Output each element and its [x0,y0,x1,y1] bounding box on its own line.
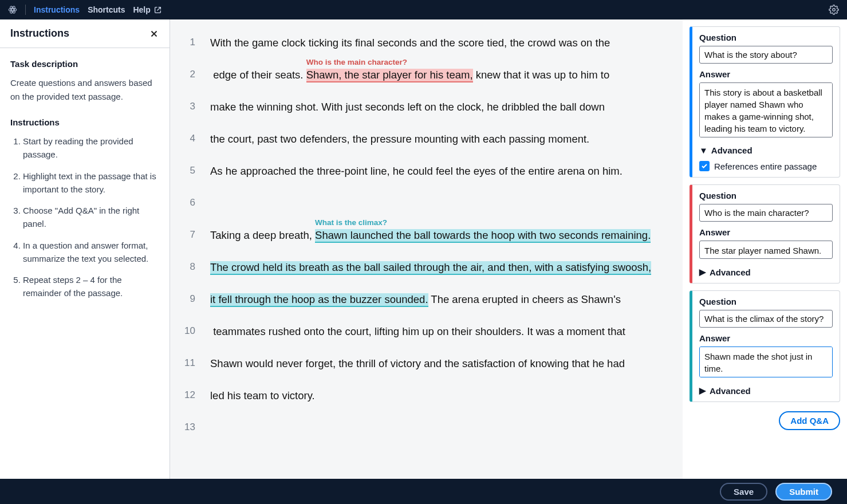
qa-card: QuestionAnswer▶ Advanced [690,184,840,284]
advanced-toggle[interactable]: ▼ Advanced [699,145,833,155]
line-text[interactable]: Shawn would never forget, the thrill of … [210,357,667,370]
line-number: 11 [180,357,195,370]
qa-panel: QuestionAnswer▼ AdvancedReferences entir… [683,19,847,479]
passage-line: 3make the winning shot. With just second… [180,101,667,113]
line-text[interactable] [210,197,667,210]
nav-help-label: Help [133,5,150,14]
line-number: 6 [180,197,195,210]
close-icon [149,29,159,39]
instructions-title: Instructions [10,27,69,40]
answer-label: Answer [699,69,833,79]
question-input[interactable] [699,204,833,222]
top-header: Instructions Shortcuts Help [0,0,847,19]
instructions-panel: Instructions Task description Create que… [0,19,170,479]
line-text[interactable] [210,422,667,434]
advanced-label: Advanced [710,267,751,277]
step-item: Highlight text in the passage that is im… [23,170,159,196]
line-number: 10 [180,325,195,338]
line-text[interactable]: edge of their seats. Shawn, the star pla… [210,69,667,81]
passage-line: 6 [180,197,667,210]
nav-help[interactable]: Help [133,5,161,14]
references-passage-label: References entire passage [714,162,817,171]
highlight[interactable]: The crowd held its breath as the ball sa… [210,261,651,275]
steps-list: Start by reading the provided passage.Hi… [10,135,159,300]
answer-input[interactable] [699,346,833,377]
line-text[interactable]: led his team to victory. [210,389,667,402]
line-text[interactable]: make the winning shot. With just seconds… [210,101,667,113]
advanced-label: Advanced [710,386,751,396]
references-passage-checkbox[interactable] [699,161,710,171]
line-text[interactable]: The crowd held its breath as the ball sa… [210,261,667,274]
step-item: Start by reading the provided passage. [23,135,159,162]
question-label: Question [699,33,833,42]
highlight[interactable]: Shawn launched the ball towards the hoop… [315,229,651,243]
answer-input[interactable] [699,241,833,259]
step-item: Repeat steps 2 – 4 for the remainder of … [23,273,159,300]
line-text[interactable]: the court, past two defenders, the press… [210,133,667,145]
passage-line: 12led his team to victory. [180,389,667,402]
passage-panel[interactable]: 1With the game clock ticking its final s… [170,19,683,479]
settings-button[interactable] [829,5,839,15]
task-text: Create questions and answers based on th… [10,76,159,103]
line-text[interactable]: it fell through the hoop as the buzzer s… [210,293,667,306]
line-text[interactable]: With the game clock ticking its final se… [210,37,667,49]
question-label: Question [699,191,833,200]
passage-line: 13 [180,422,667,434]
close-instructions-button[interactable] [149,29,159,39]
passage-line: 5As he approached the three-point line, … [180,165,667,178]
line-number: 4 [180,133,195,145]
highlight[interactable]: Shawn, the star player for his team,Who … [306,69,473,82]
passage-line: 8The crowd held its breath as the ball s… [180,261,667,274]
line-number: 9 [180,293,195,306]
instructions-header: Instructions [0,19,170,48]
instructions-body: Task description Create questions and an… [0,48,170,318]
line-number: 12 [180,389,195,402]
advanced-toggle[interactable]: ▶ Advanced [699,267,833,277]
highlight[interactable]: it fell through the hoop as the buzzer s… [210,293,428,307]
main-area: Instructions Task description Create que… [0,19,847,479]
passage-line: 11Shawn would never forget, the thrill o… [180,357,667,370]
steps-heading: Instructions [10,116,159,129]
line-number: 5 [180,165,195,178]
line-number: 13 [180,422,195,434]
line-number: 2 [180,69,195,81]
question-input[interactable] [699,310,833,328]
chevron-down-icon: ▼ [699,145,708,155]
check-icon [701,163,708,170]
line-text[interactable]: teammates rushed onto the court, lifting… [210,325,667,338]
nav-shortcuts[interactable]: Shortcuts [88,5,125,14]
save-button[interactable]: Save [720,483,767,501]
passage-line: 1With the game clock ticking its final s… [180,37,667,49]
advanced-toggle[interactable]: ▶ Advanced [699,385,833,396]
line-number: 8 [180,261,195,274]
passage-line: 2 edge of their seats. Shawn, the star p… [180,69,667,81]
nav-instructions[interactable]: Instructions [34,5,80,14]
line-text[interactable]: Taking a deep breath, Shawn launched the… [210,229,667,242]
highlight-label: Who is the main character? [306,58,407,66]
footer: Save Submit [0,479,847,504]
highlight-label: What is the climax? [315,218,387,227]
add-qa-row: Add Q&A [690,411,840,430]
line-text[interactable]: As he approached the three-point line, h… [210,165,667,178]
question-input[interactable] [699,46,833,64]
svg-point-4 [833,9,836,11]
chevron-right-icon: ▶ [699,385,706,396]
submit-button[interactable]: Submit [775,483,832,501]
passage-line: 10 teammates rushed onto the court, lift… [180,325,667,338]
advanced-label: Advanced [711,145,753,155]
passage-line: 9it fell through the hoop as the buzzer … [180,293,667,306]
question-label: Question [699,297,833,306]
gear-icon [829,5,839,15]
svg-point-0 [11,9,14,11]
chevron-right-icon: ▶ [699,267,706,277]
app-logo-icon [8,5,17,14]
answer-input[interactable] [699,82,833,137]
line-number: 7 [180,229,195,242]
passage-line: 4the court, past two defenders, the pres… [180,133,667,145]
references-passage-row: References entire passage [699,161,833,171]
step-item: Choose "Add Q&A" in the right panel. [23,204,159,231]
add-qa-button[interactable]: Add Q&A [779,411,840,430]
task-heading: Task description [10,57,159,70]
qa-card: QuestionAnswer▼ AdvancedReferences entir… [690,26,840,178]
line-number: 3 [180,101,195,113]
